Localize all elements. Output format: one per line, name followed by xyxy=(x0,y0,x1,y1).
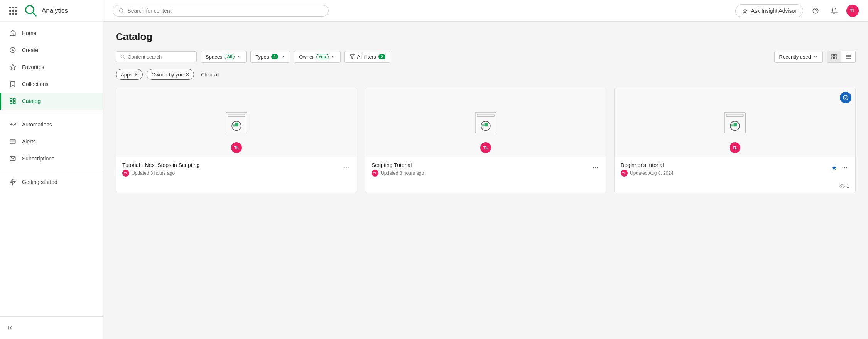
card-beginners-tutorial[interactable]: TL Beginner's tutorial TL Updated Aug 8, xyxy=(614,88,856,193)
search-bar[interactable] xyxy=(113,5,329,17)
card-meta-2: TL Updated 3 hours ago xyxy=(372,170,424,177)
home-icon xyxy=(9,29,17,37)
help-button[interactable] xyxy=(809,5,822,17)
card-meta-avatar-3: TL xyxy=(621,170,628,177)
svg-rect-49 xyxy=(734,123,737,126)
types-filter-button[interactable]: Types 1 xyxy=(250,51,290,63)
automations-icon xyxy=(9,121,17,128)
card-overlay-icon-3 xyxy=(840,92,851,103)
card-more-button-2[interactable]: ··· xyxy=(591,162,600,173)
bookmark-icon xyxy=(9,80,17,88)
svg-rect-13 xyxy=(12,125,14,126)
svg-marker-6 xyxy=(10,64,16,70)
sidebar-bottom xyxy=(0,316,103,339)
card-tutorial-next-steps[interactable]: TL Tutorial - Next Steps in Scripting TL… xyxy=(116,88,357,193)
grid-view-icon xyxy=(831,54,837,60)
card-more-button-3[interactable]: ··· xyxy=(840,162,849,173)
card-updated-2: Updated 3 hours ago xyxy=(381,170,424,176)
svg-point-21 xyxy=(120,8,123,12)
apps-tag[interactable]: Apps × xyxy=(116,69,143,80)
views-eye-icon xyxy=(839,184,845,189)
card-user-avatar-1: TL xyxy=(231,142,242,153)
sidebar-item-create[interactable]: Create xyxy=(0,42,103,59)
owner-filter-button[interactable]: Owner You xyxy=(294,51,340,63)
app-icon-2 xyxy=(473,110,499,136)
apps-tag-remove[interactable]: × xyxy=(135,71,138,78)
search-input[interactable] xyxy=(127,8,323,14)
owned-by-you-tag-label: Owned by you xyxy=(152,72,184,78)
grid-menu-icon[interactable] xyxy=(8,5,19,16)
sidebar-item-label-collections: Collections xyxy=(22,81,48,87)
card-body-3: Beginner's tutorial TL Updated Aug 8, 20… xyxy=(615,157,855,181)
svg-rect-29 xyxy=(832,54,834,56)
svg-rect-17 xyxy=(10,139,15,144)
sidebar-item-collections[interactable]: Collections xyxy=(0,76,103,93)
types-badge: 1 xyxy=(271,54,278,59)
content-search-input[interactable] xyxy=(116,51,197,62)
owner-chevron-icon xyxy=(331,54,336,59)
owner-badge: You xyxy=(316,54,329,59)
card-meta-avatar-2: TL xyxy=(372,170,378,177)
card-updated-1: Updated 3 hours ago xyxy=(132,170,175,176)
card-updated-3: Updated Aug 8, 2024 xyxy=(630,170,674,176)
content-search-field[interactable] xyxy=(128,54,193,60)
qlik-logo-icon xyxy=(24,4,38,18)
collapse-icon xyxy=(8,324,15,331)
card-user-avatar-3: TL xyxy=(730,142,740,153)
sidebar-item-alerts[interactable]: Alerts xyxy=(0,133,103,150)
sidebar-item-favorites[interactable]: Favorites xyxy=(0,59,103,76)
user-avatar[interactable]: TL xyxy=(846,5,859,17)
filter-bar: Spaces All Types 1 Owner You All filters… xyxy=(116,51,856,63)
sidebar: Analytics Home Create Favorites xyxy=(0,0,103,339)
clear-all-button[interactable]: Clear all xyxy=(198,70,223,79)
app-title: Analytics xyxy=(42,7,68,15)
sidebar-item-catalog[interactable]: Catalog xyxy=(0,93,103,110)
sidebar-item-subscriptions[interactable]: Subscriptions xyxy=(0,150,103,167)
owned-by-you-tag-remove[interactable]: × xyxy=(186,71,189,78)
sort-button[interactable]: Recently used xyxy=(774,51,823,63)
insight-advisor-button[interactable]: Ask Insight Advisor xyxy=(735,4,803,17)
main-area: Ask Insight Advisor TL Catalog xyxy=(103,0,868,339)
notifications-button[interactable] xyxy=(828,5,840,17)
spaces-chevron-icon xyxy=(237,54,241,59)
card-meta-1: TL Updated 3 hours ago xyxy=(122,170,199,177)
spaces-filter-button[interactable]: Spaces All xyxy=(201,51,247,63)
card-star-button-3[interactable]: ★ xyxy=(831,164,837,172)
svg-rect-45 xyxy=(482,124,485,126)
card-more-button-1[interactable]: ··· xyxy=(342,162,351,173)
list-view-button[interactable] xyxy=(841,51,855,62)
grid-view-button[interactable] xyxy=(827,51,841,62)
svg-rect-8 xyxy=(14,98,15,100)
svg-rect-7 xyxy=(10,98,12,100)
svg-rect-40 xyxy=(233,124,235,126)
card-preview-3: TL xyxy=(615,88,855,157)
card-info-2: Scripting Tutorial TL Updated 3 hours ag… xyxy=(372,162,424,177)
owned-by-you-tag[interactable]: Owned by you × xyxy=(147,69,194,80)
bell-icon xyxy=(831,7,838,14)
all-filters-label: All filters xyxy=(357,54,376,60)
all-filters-button[interactable]: All filters 2 xyxy=(344,51,390,63)
svg-rect-30 xyxy=(834,54,836,56)
sidebar-item-automations[interactable]: Automations xyxy=(0,116,103,133)
collapse-button[interactable] xyxy=(8,321,95,334)
svg-rect-2 xyxy=(12,34,14,36)
topbar: Ask Insight Advisor TL xyxy=(103,0,868,22)
card-body-2: Scripting Tutorial TL Updated 3 hours ag… xyxy=(365,157,606,181)
filter-search-icon xyxy=(120,54,125,59)
sidebar-item-label-subscriptions: Subscriptions xyxy=(22,155,54,162)
card-title-2: Scripting Tutorial xyxy=(372,162,424,168)
catalog-icon xyxy=(9,97,17,105)
card-scripting-tutorial[interactable]: TL Scripting Tutorial TL Updated 3 hours… xyxy=(365,88,606,193)
sidebar-item-label-getting-started: Getting started xyxy=(22,179,57,185)
sidebar-item-getting-started[interactable]: Getting started xyxy=(0,174,103,191)
sidebar-nav: Home Create Favorites Collections xyxy=(0,22,103,316)
card-actions-3: ★ ··· xyxy=(831,162,849,173)
owner-label: Owner xyxy=(299,54,314,60)
plus-icon xyxy=(9,46,17,54)
svg-rect-32 xyxy=(834,57,836,59)
view-toggle xyxy=(827,51,856,63)
alerts-icon xyxy=(9,138,17,145)
svg-marker-23 xyxy=(743,8,747,13)
card-meta-3: TL Updated Aug 8, 2024 xyxy=(621,170,674,177)
sidebar-item-home[interactable]: Home xyxy=(0,25,103,42)
